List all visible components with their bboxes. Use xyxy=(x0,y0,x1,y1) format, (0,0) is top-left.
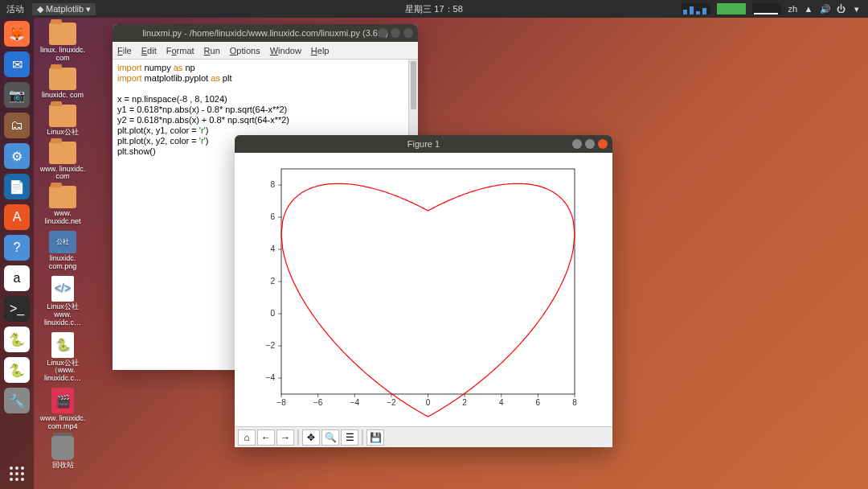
dock-thunderbird[interactable]: ✉ xyxy=(4,51,30,77)
toolbar-separator xyxy=(362,429,363,446)
desktop-folder[interactable]: linuxidc. com xyxy=(39,68,87,100)
svg-text:0: 0 xyxy=(270,309,275,318)
active-app-indicator[interactable]: ◆ Matplotlib ▾ xyxy=(32,3,96,15)
dock-software[interactable]: ⚙ xyxy=(4,143,30,169)
svg-text:2: 2 xyxy=(270,277,275,286)
net2-indicator xyxy=(752,3,781,14)
svg-text:−8: −8 xyxy=(276,398,286,407)
svg-text:−2: −2 xyxy=(266,341,276,350)
svg-text:−4: −4 xyxy=(350,398,360,407)
editor-titlebar[interactable]: linuxmi.py - /home/linuxidc/www.linuxidc… xyxy=(113,24,418,42)
desktop-icons: linux. linuxidc. com linuxidc. com Linux… xyxy=(39,23,87,470)
network-icon[interactable]: ▲ xyxy=(804,4,813,14)
svg-text:4: 4 xyxy=(499,398,504,407)
dock-firefox[interactable]: 🦊 xyxy=(4,21,30,47)
power-icon[interactable]: ⏻ xyxy=(836,4,845,14)
plot-canvas[interactable]: −4−202468 −8−6−4−202468 xyxy=(235,153,612,426)
close-button[interactable] xyxy=(598,139,608,149)
svg-text:−2: −2 xyxy=(387,398,396,407)
toolbar-pan-icon[interactable]: ✥ xyxy=(302,429,320,446)
dock-store[interactable]: A xyxy=(4,204,30,230)
heart-plot: −4−202468 −8−6−4−202468 xyxy=(235,153,612,426)
toolbar-home-icon[interactable]: ⌂ xyxy=(238,429,256,446)
svg-text:8: 8 xyxy=(572,398,577,407)
svg-text:4: 4 xyxy=(270,244,275,253)
editor-title: linuxmi.py - /home/linuxidc/www.linuxidc… xyxy=(142,28,388,38)
editor-menubar: File Edit Format Run Options Window Help xyxy=(113,42,418,60)
launcher-dock: 🦊 ✉ 📷 🗂 ⚙ 📄 A ? a >_ 🐍 🐍 🔧 xyxy=(0,18,34,489)
minimize-button[interactable] xyxy=(572,139,582,149)
mpl-toolbar: ⌂ ← → ✥ 🔍 ☰ 💾 xyxy=(235,426,612,447)
desktop-folder[interactable]: www. linuxidc.net xyxy=(39,186,87,226)
svg-text:8: 8 xyxy=(270,180,275,189)
menu-options[interactable]: Options xyxy=(230,46,260,55)
toolbar-separator xyxy=(297,429,299,446)
menu-format[interactable]: Format xyxy=(166,46,194,55)
svg-text:6: 6 xyxy=(270,212,275,221)
net-indicator xyxy=(717,3,746,14)
menu-window[interactable]: Window xyxy=(270,46,301,55)
maximize-button[interactable] xyxy=(585,139,595,149)
desktop-file[interactable]: 🎬www. linuxidc. com.mp4 xyxy=(39,388,87,431)
lang-indicator[interactable]: zh xyxy=(788,4,797,14)
menu-run[interactable]: Run xyxy=(204,46,220,55)
toolbar-zoom-icon[interactable]: 🔍 xyxy=(321,429,339,446)
maximize-button[interactable] xyxy=(391,28,400,38)
desktop-folder[interactable]: www. linuxidc. com xyxy=(39,142,87,182)
menu-edit[interactable]: Edit xyxy=(141,46,157,55)
svg-text:−6: −6 xyxy=(313,398,323,407)
dock-camera[interactable]: 📷 xyxy=(4,82,30,108)
desktop-file[interactable]: 🐍Linux公社 （www. linuxidc.c… xyxy=(39,332,87,384)
desktop-image[interactable]: 公社linuxidc. com.png xyxy=(39,231,87,271)
minimize-button[interactable] xyxy=(378,28,387,38)
dock-settings[interactable]: 🔧 xyxy=(4,388,30,413)
desktop-folder[interactable]: Linux公社 xyxy=(39,105,87,137)
menu-help[interactable]: Help xyxy=(311,46,330,55)
svg-text:0: 0 xyxy=(426,398,431,407)
dock-terminal[interactable]: >_ xyxy=(4,296,30,322)
dropdown-icon[interactable]: ▾ xyxy=(852,4,862,14)
toolbar-back-icon[interactable]: ← xyxy=(257,429,275,446)
activities-button[interactable]: 活动 xyxy=(6,3,24,15)
toolbar-forward-icon[interactable]: → xyxy=(276,429,294,446)
desktop-file[interactable]: </>Linux公社 www. linuxidc.c… xyxy=(39,276,87,327)
desktop-trash[interactable]: 回收站 xyxy=(39,436,87,470)
dock-amazon[interactable]: a xyxy=(4,265,30,291)
dock-files[interactable]: 🗂 xyxy=(4,113,30,138)
top-bar: 活动 ◆ Matplotlib ▾ 星期三 17：58 zh ▲ 🔊 ⏻ ▾ xyxy=(0,0,868,18)
figure-titlebar[interactable]: Figure 1 xyxy=(235,135,612,153)
volume-icon[interactable]: 🔊 xyxy=(820,4,829,14)
svg-text:2: 2 xyxy=(462,398,467,407)
svg-text:6: 6 xyxy=(536,398,541,407)
toolbar-subplots-icon[interactable]: ☰ xyxy=(341,429,358,446)
close-button[interactable] xyxy=(403,28,413,38)
svg-rect-0 xyxy=(281,169,575,394)
figure-title: Figure 1 xyxy=(407,139,440,149)
matplotlib-figure-window: Figure 1 −4−202468 −8−6−4−202468 ⌂ ← → ✥… xyxy=(235,135,612,447)
clock[interactable]: 星期三 17：58 xyxy=(405,3,463,15)
dock-python2[interactable]: 🐍 xyxy=(4,357,30,383)
menu-file[interactable]: File xyxy=(117,46,132,55)
show-apps-button[interactable] xyxy=(10,466,24,481)
svg-text:−4: −4 xyxy=(266,373,276,382)
cpu-indicator xyxy=(682,3,710,14)
toolbar-save-icon[interactable]: 💾 xyxy=(366,429,384,446)
dock-python1[interactable]: 🐍 xyxy=(4,327,30,352)
dock-office[interactable]: 📄 xyxy=(4,174,30,199)
dock-help[interactable]: ? xyxy=(4,235,30,261)
desktop-folder[interactable]: linux. linuxidc. com xyxy=(39,23,87,63)
